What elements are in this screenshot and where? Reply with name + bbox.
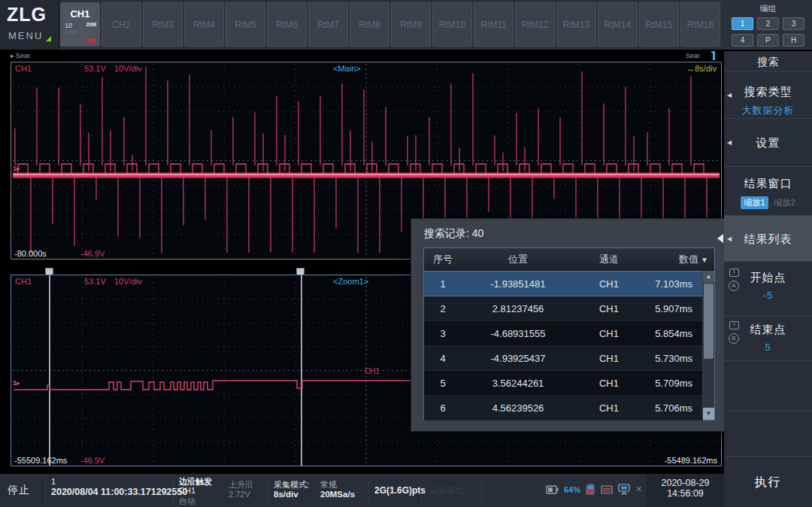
cell: 5 <box>424 378 462 389</box>
acq-mode-value: 常规 <box>320 479 337 490</box>
table-row[interactable]: 1-1.93851481CH17.103ms <box>424 271 703 296</box>
group-buttons: 1234PH <box>724 17 812 47</box>
sample-rate-value: 20MSa/s <box>320 490 355 499</box>
group-button-4[interactable]: 4 <box>732 34 753 47</box>
main-bottom-voltage-label: -46.9V <box>80 249 105 258</box>
cell: 1 <box>424 278 462 290</box>
tab-rtm6[interactable]: RtM6 <box>267 2 307 47</box>
table-row[interactable]: 22.81237456CH15.907ms <box>424 296 703 321</box>
acquisition-timestamp: 2020/08/04 11:00:33.171292550 <box>51 487 187 497</box>
group-button-p[interactable]: P <box>757 34 779 47</box>
main-channel-label: CH1 <box>15 64 32 73</box>
menu-expand-icon <box>46 36 51 41</box>
group-button-3[interactable]: 3 <box>783 17 804 30</box>
trigger-edge-label: 上升沿 <box>229 479 253 490</box>
zoom1-badge[interactable]: 缩放1 <box>741 196 768 209</box>
search-results-popup: 搜索记录: 40 序号位置通道数值▼ 1-1.93851481CH17.103m… <box>411 218 728 432</box>
cell: 6 <box>424 402 462 414</box>
table-row[interactable]: 64.56239526CH15.706ms <box>424 396 703 420</box>
sidebar-item-settings[interactable]: ◀ 设置 <box>724 119 812 167</box>
tab-rtm15[interactable]: RtM15 <box>639 2 679 47</box>
cell: 7.103ms <box>644 278 703 290</box>
channel-status-badge <box>86 38 96 43</box>
scroll-up-icon[interactable]: ▲ <box>703 271 714 283</box>
tab-rtm10[interactable]: RtM10 <box>432 2 472 47</box>
cell: 3.56244261 <box>462 378 574 389</box>
tab-rtm11[interactable]: RtM11 <box>474 2 514 47</box>
group-label: 编组 <box>724 3 812 14</box>
cursor-b-icon: B <box>729 333 739 344</box>
execute-button[interactable]: 执行 <box>724 457 812 507</box>
results-table-header[interactable]: 序号位置通道数值▼ <box>424 248 714 271</box>
sidebar-empty-section <box>724 411 812 457</box>
acquisition-count: 1 <box>51 477 56 486</box>
search-marker-right-label: Sear. <box>686 52 701 59</box>
zoom-trace-label: CH1 <box>365 367 380 375</box>
column-header-0[interactable]: 序号 <box>424 253 462 266</box>
trigger-source-label: CH1 <box>179 486 195 495</box>
results-scrollbar[interactable]: ▲ ▼ <box>702 271 714 420</box>
main-voltage-label: 53.1V <box>84 64 106 73</box>
sidebar-item-result-window[interactable]: 结果窗口 缩放1 缩放2 <box>724 167 812 216</box>
logo-block[interactable]: ZLG MENU <box>0 0 59 50</box>
sidebar-item-start-point[interactable]: A 开始点 -5 <box>724 262 812 317</box>
zoom-channel-marker[interactable]: 1▸ <box>13 379 20 387</box>
timebase-value: 8s/div <box>274 490 298 499</box>
tab-rtm7[interactable]: RtM7 <box>308 2 348 47</box>
main-window-title: <Main> <box>333 64 361 73</box>
sd-card-icon[interactable] <box>586 484 595 495</box>
cell: -4.68931555 <box>462 328 574 339</box>
group-button-2[interactable]: 2 <box>757 17 779 30</box>
datetime-block: 2020-08-29 14:56:09 <box>647 474 724 507</box>
sidebar-item-search-type[interactable]: ◀ 搜索类型 大数据分析 <box>724 71 812 119</box>
search-cursor-icon[interactable] <box>713 51 715 60</box>
tab-ch1[interactable]: CH11020M1.00x <box>60 2 100 47</box>
cell: 4 <box>424 353 462 364</box>
knob-icon <box>729 269 739 277</box>
tab-rtm16[interactable]: RtM16 <box>680 2 720 47</box>
column-header-3[interactable]: 数值▼ <box>644 253 714 266</box>
tab-rtm12[interactable]: RtM12 <box>515 2 555 47</box>
scrollbar-thumb[interactable] <box>704 284 714 359</box>
zoom-vdiv-label: 10V/div <box>114 277 142 286</box>
cell: 5.709ms <box>644 378 703 389</box>
main-channel-marker[interactable]: 1▸ <box>13 165 20 172</box>
table-row[interactable]: 53.56244261CH15.709ms <box>424 371 703 396</box>
brand-logo: ZLG <box>7 4 59 26</box>
group-button-h[interactable]: H <box>783 34 804 47</box>
zoom2-badge[interactable]: 缩放2 <box>774 197 795 208</box>
tab-rtm5[interactable]: RtM5 <box>226 2 265 47</box>
memory-depth-value: 2G(1.6G)pts <box>374 485 426 496</box>
group-button-1[interactable]: 1 <box>732 17 753 30</box>
tab-rtm8[interactable]: RtM8 <box>350 2 389 47</box>
tab-rtm3[interactable]: RtM3 <box>143 2 183 47</box>
usb-disconnected-icon: ✕ <box>635 484 642 494</box>
cell: 4.56239526 <box>462 402 574 414</box>
table-row[interactable]: 4-4.93925437CH15.730ms <box>424 346 703 371</box>
tab-rtm14[interactable]: RtM14 <box>598 2 638 47</box>
zoom-channel-label: CH1 <box>15 277 32 286</box>
column-header-1[interactable]: 位置 <box>462 253 574 266</box>
tab-rtm9[interactable]: RtM9 <box>391 2 431 47</box>
zoom-voltage-label: 53.1V <box>84 277 106 286</box>
system-date: 2020-08-29 <box>647 478 724 488</box>
cell: 3 <box>424 328 462 339</box>
tab-ch2[interactable]: CH2 <box>102 2 141 47</box>
cell: CH1 <box>574 278 644 290</box>
sidebar-item-end-point[interactable]: B 结束点 5 <box>724 317 812 361</box>
sidebar-header-search: 搜索 <box>724 51 812 71</box>
menu-button[interactable]: MENU <box>8 30 43 41</box>
scroll-down-icon[interactable]: ▼ <box>703 408 714 420</box>
tab-rtm13[interactable]: RtM13 <box>556 2 596 47</box>
battery-percent-value: 64% <box>564 485 580 494</box>
sidebar-item-result-list[interactable]: ◀ 结果列表 <box>724 216 812 262</box>
run-state-label[interactable]: 停止 <box>8 484 30 497</box>
cell: -4.93925437 <box>462 353 574 364</box>
table-row[interactable]: 3-4.68931555CH15.854ms <box>424 321 703 346</box>
disk-icon[interactable] <box>601 484 613 495</box>
tab-rtm4[interactable]: RtM4 <box>184 2 224 47</box>
status-bar: 停止 1 2020/08/04 11:00:33.171292550 边沿触发 … <box>0 474 724 507</box>
cell: CH1 <box>574 303 644 314</box>
column-header-2[interactable]: 通道 <box>574 253 644 266</box>
display-icon[interactable] <box>618 484 630 495</box>
